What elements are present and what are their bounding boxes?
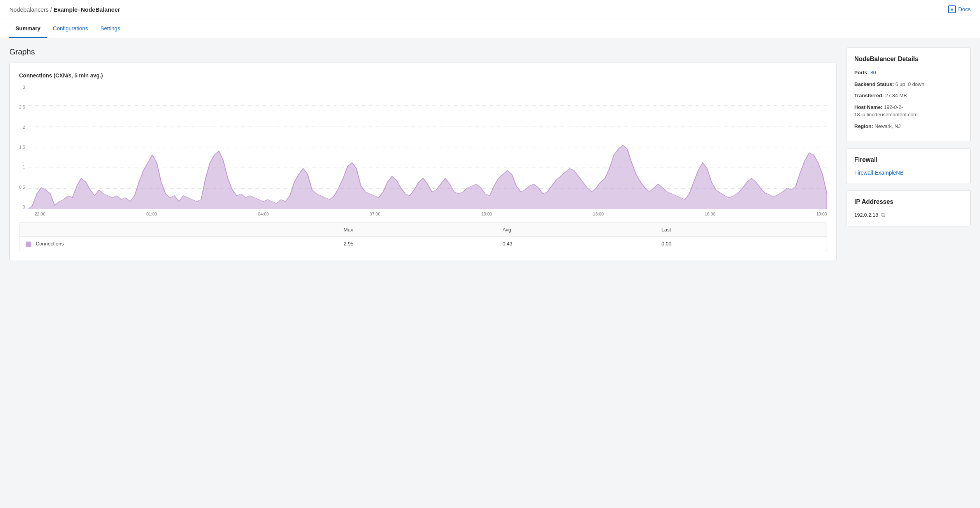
ip-row: 192.0.2.18 ⧉ (854, 212, 962, 218)
breadcrumb-prefix: Nodebalancers (9, 6, 49, 13)
svg-marker-7 (28, 145, 827, 209)
transferred-label: Transferred: (854, 93, 884, 98)
tab-configurations[interactable]: Configurations (47, 19, 94, 38)
graph-card: Connections (CXN/s, 5 min avg.) 0 0.5 1 … (9, 63, 837, 261)
firewall-card: Firewall Firewall-ExampleNB (846, 148, 971, 184)
backend-status-value: 6 up, 0 down (896, 81, 924, 87)
graph-title: Connections (CXN/s, 5 min avg.) (19, 72, 827, 79)
legend-row-avg: 0.43 (502, 241, 661, 247)
legend-row-max: 2.95 (344, 241, 502, 247)
primary-ip: 192.0.2.18 (854, 212, 878, 218)
chart-area: 0 0.5 1 1.5 2 2.5 3 (19, 85, 827, 209)
docs-label: Docs (958, 6, 971, 12)
host-name-row: Host Name: 192-0-2-18.ip.linodeuserconte… (854, 103, 962, 119)
legend-table: Max Avg Last Connections 2.95 0.43 0.00 (19, 222, 827, 251)
breadcrumb: Nodebalancers / Example–NodeBalancer (9, 6, 120, 13)
tabs-bar: Summary Configurations Settings (0, 19, 980, 38)
x-axis: 22:00 01:00 04:00 07:00 10:00 13:00 16:0… (19, 212, 827, 216)
page-title: Example–NodeBalancer (53, 6, 120, 13)
ip-addresses-card: IP Addresses 192.0.2.18 ⧉ (846, 190, 971, 226)
chart-svg (28, 85, 827, 209)
ports-label: Ports: (854, 70, 869, 75)
firewall-title: Firewall (854, 156, 962, 163)
legend-color (26, 242, 31, 247)
breadcrumb-separator: / (49, 6, 54, 13)
tab-settings[interactable]: Settings (94, 19, 126, 38)
docs-link[interactable]: ≡ Docs (948, 5, 971, 13)
legend-row-last: 0.00 (662, 241, 820, 247)
nodebalancer-details-card: NodeBalancer Details Ports: 80 Backend S… (846, 47, 971, 142)
ip-addresses-title: IP Addresses (854, 198, 962, 205)
host-name-label: Host Name: (854, 104, 882, 110)
chart-container (28, 85, 827, 209)
copy-icon[interactable]: ⧉ (881, 212, 885, 218)
legend-row-name: Connections (36, 241, 64, 247)
region-row: Region: Newark, NJ (854, 123, 962, 130)
legend-col-last: Last (662, 227, 820, 233)
left-panel: Graphs Connections (CXN/s, 5 min avg.) 0… (9, 47, 837, 261)
legend-col-avg: Avg (502, 227, 661, 233)
region-label: Region: (854, 123, 873, 129)
legend-header: Max Avg Last (19, 223, 827, 237)
legend-row: Connections 2.95 0.43 0.00 (19, 237, 827, 251)
nodebalancer-details-title: NodeBalancer Details (854, 56, 962, 63)
main-content: Graphs Connections (CXN/s, 5 min avg.) 0… (0, 38, 980, 270)
graphs-section-title: Graphs (9, 47, 837, 56)
firewall-link[interactable]: Firewall-ExampleNB (854, 170, 904, 176)
transferred-value: 27.84 MB (885, 93, 907, 98)
region-value: Newark, NJ (875, 123, 901, 129)
right-panel: NodeBalancer Details Ports: 80 Backend S… (846, 47, 971, 226)
tab-summary[interactable]: Summary (9, 19, 47, 38)
transferred-row: Transferred: 27.84 MB (854, 92, 962, 100)
ports-row: Ports: 80 (854, 69, 962, 77)
legend-col-max: Max (344, 227, 502, 233)
top-bar: Nodebalancers / Example–NodeBalancer ≡ D… (0, 0, 980, 19)
docs-icon: ≡ (948, 5, 956, 13)
backend-status-row: Backend Status: 6 up, 0 down (854, 81, 962, 88)
ports-value[interactable]: 80 (870, 70, 876, 75)
backend-status-label: Backend Status: (854, 81, 894, 87)
y-axis: 0 0.5 1 1.5 2 2.5 3 (19, 85, 28, 209)
